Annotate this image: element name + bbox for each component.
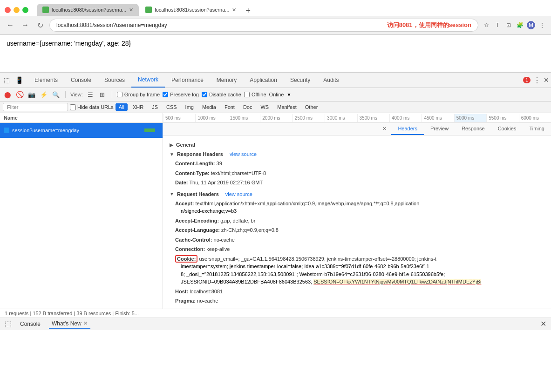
- devtools-more-icon[interactable]: ⋮: [533, 76, 541, 85]
- header-cache-control: Cache-Control: no-cache: [170, 235, 544, 245]
- whats-new-close[interactable]: ✕: [83, 320, 88, 326]
- maximize-button[interactable]: [22, 7, 28, 13]
- bottom-devtools-icon[interactable]: ⬚: [5, 319, 12, 328]
- request-timeline-bar: [86, 125, 159, 136]
- header-accept-encoding: Accept-Encoding: gzip, deflate, br: [170, 216, 544, 226]
- tab-application[interactable]: Application: [243, 73, 284, 87]
- offline-checkbox[interactable]: [244, 92, 250, 97]
- tab-elements[interactable]: Elements: [28, 73, 64, 87]
- grid-view-icon[interactable]: ⊞: [98, 90, 107, 99]
- devtools-mobile-icon[interactable]: 📱: [14, 74, 25, 86]
- record-icon[interactable]: ⬤: [3, 90, 12, 99]
- detail-tab-cookies[interactable]: Cookies: [491, 123, 523, 135]
- clear-icon[interactable]: 🚫: [15, 90, 24, 99]
- tab-close-2[interactable]: ✕: [232, 7, 236, 13]
- translate-icon[interactable]: T: [493, 21, 502, 29]
- browser-tab-1[interactable]: localhost:8080/session?userna... ✕: [37, 4, 139, 16]
- list-view-icon[interactable]: ☰: [86, 90, 95, 99]
- tab-network[interactable]: Network: [131, 73, 165, 88]
- filter-img-btn[interactable]: Img: [182, 103, 197, 111]
- tab-console[interactable]: Console: [64, 73, 98, 87]
- request-row-session[interactable]: session?username=mengday: [0, 123, 163, 138]
- response-headers-section-header[interactable]: ▼ Response Headers view source: [170, 151, 544, 157]
- preserve-log-checkbox[interactable]: [163, 92, 168, 97]
- devtools-tabs: ⬚ 📱 Elements Console Sources Network Per…: [0, 73, 551, 88]
- reload-button[interactable]: ↻: [34, 20, 46, 31]
- extension-icon[interactable]: 🧩: [516, 21, 524, 29]
- detail-tab-timing[interactable]: Timing: [523, 123, 551, 135]
- tick-5000: 5000 ms: [454, 114, 486, 122]
- nav-bar: ← → ↻ localhost:8081/session?username=me…: [0, 16, 551, 35]
- tick-4000: 4000 ms: [389, 114, 422, 122]
- tab-memory[interactable]: Memory: [210, 73, 243, 87]
- search-icon[interactable]: 🔍: [51, 90, 61, 99]
- filter-icon[interactable]: ⚡: [39, 90, 48, 99]
- filter-input[interactable]: [3, 103, 68, 111]
- request-headers-section-header[interactable]: ▼ Request Headers view source: [170, 191, 544, 197]
- preserve-log-label[interactable]: Preserve log: [163, 92, 199, 97]
- tab-close-1[interactable]: ✕: [129, 7, 133, 13]
- detail-tab-response[interactable]: Response: [455, 123, 491, 135]
- new-tab-button[interactable]: +: [243, 6, 253, 16]
- filter-doc-btn[interactable]: Doc: [240, 103, 256, 111]
- request-view-source-link[interactable]: view source: [225, 191, 252, 197]
- devtools-cursor-icon[interactable]: ⬚: [2, 74, 12, 86]
- bookmark-icon[interactable]: ☆: [482, 21, 490, 29]
- request-list: session?username=mengday: [0, 123, 163, 309]
- tab-sources[interactable]: Sources: [98, 73, 131, 87]
- tab-performance[interactable]: Performance: [165, 73, 210, 87]
- detail-tab-headers[interactable]: Headers: [391, 123, 424, 135]
- cast-icon[interactable]: ⊡: [504, 21, 513, 29]
- filter-other-btn[interactable]: Other: [302, 103, 321, 111]
- bottom-tab-console[interactable]: Console: [17, 320, 43, 328]
- devtools-close-icon[interactable]: ✕: [544, 76, 549, 84]
- tab-favicon-1: [42, 7, 49, 13]
- camera-icon[interactable]: 📷: [27, 90, 36, 99]
- timeline-bar: Name 500 ms 1000 ms 1500 ms 2000 ms 2500…: [0, 113, 551, 123]
- bottom-close-icon[interactable]: ✕: [540, 319, 546, 328]
- detail-tab-preview[interactable]: Preview: [424, 123, 455, 135]
- browser-tab-2[interactable]: localhost:8081/session?userna... ✕: [140, 4, 242, 16]
- close-button[interactable]: [5, 7, 11, 13]
- group-by-frame-checkbox[interactable]: [117, 92, 122, 97]
- filter-bar: Hide data URLs All XHR JS CSS Img Media …: [0, 101, 551, 113]
- filter-xhr-btn[interactable]: XHR: [129, 103, 147, 111]
- browser-chrome: localhost:8080/session?userna... ✕ local…: [0, 0, 551, 35]
- header-content-length: Content-Length: 39: [170, 159, 544, 169]
- hide-urls-label[interactable]: Hide data URLs: [70, 104, 114, 110]
- tab-security[interactable]: Security: [284, 73, 317, 87]
- tab-audits[interactable]: Audits: [317, 73, 345, 87]
- general-section-header[interactable]: ▶ General: [170, 142, 544, 148]
- filter-font-btn[interactable]: Font: [221, 103, 238, 111]
- filter-css-btn[interactable]: CSS: [163, 103, 180, 111]
- user-icon[interactable]: M: [527, 21, 535, 29]
- detail-panel: ✕ Headers Preview Response Cookies Timin…: [163, 123, 551, 309]
- name-col-header: Name: [0, 113, 163, 122]
- bottom-tab-whats-new[interactable]: What's New ✕: [49, 319, 90, 329]
- hide-urls-checkbox[interactable]: [70, 104, 76, 110]
- disable-cache-label[interactable]: Disable cache: [202, 92, 241, 97]
- filter-js-btn[interactable]: JS: [149, 103, 161, 111]
- filter-ws-btn[interactable]: WS: [257, 103, 272, 111]
- general-arrow: ▶: [170, 142, 173, 148]
- forward-button[interactable]: →: [20, 20, 31, 31]
- group-by-frame-label[interactable]: Group by frame: [117, 92, 160, 97]
- online-dropdown-icon[interactable]: ▼: [286, 92, 291, 97]
- back-button[interactable]: ←: [5, 20, 16, 31]
- tab-favicon-2: [145, 7, 152, 13]
- header-accept-language: Accept-Language: zh-CN,zh;q=0.9,en;q=0.8: [170, 225, 544, 235]
- devtools: ⬚ 📱 Elements Console Sources Network Per…: [0, 72, 551, 318]
- offline-label[interactable]: Offline: [244, 92, 266, 97]
- nav-icons: ☆ T ⊡ 🧩 M ⋮: [482, 21, 546, 29]
- request-headers-label: Request Headers: [177, 191, 219, 197]
- detail-close-btn[interactable]: ✕: [378, 123, 391, 135]
- request-name: session?username=mengday: [12, 128, 86, 133]
- filter-media-btn[interactable]: Media: [199, 103, 219, 111]
- address-bar[interactable]: localhost:8081/session?username=mengday …: [49, 19, 478, 32]
- response-view-source-link[interactable]: view source: [230, 151, 257, 157]
- minimize-button[interactable]: [14, 7, 20, 13]
- disable-cache-checkbox[interactable]: [202, 92, 207, 97]
- filter-all-btn[interactable]: All: [116, 103, 128, 111]
- menu-icon[interactable]: ⋮: [538, 21, 546, 29]
- filter-manifest-btn[interactable]: Manifest: [274, 103, 300, 111]
